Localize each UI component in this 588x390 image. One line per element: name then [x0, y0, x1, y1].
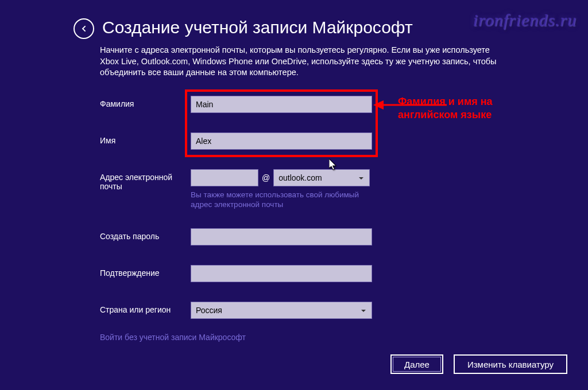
email-domain-value: outlook.com [278, 173, 322, 182]
change-keyboard-button[interactable]: Изменить клавиатуру [454, 354, 567, 374]
page-description: Начните с адреса электронной почты, кото… [100, 45, 502, 79]
country-label: Страна или регион [100, 302, 191, 315]
next-button[interactable]: Далее [390, 354, 443, 374]
lastname-input[interactable] [191, 96, 372, 113]
password-label: Создать пароль [100, 228, 191, 241]
country-value: Россия [196, 306, 222, 315]
email-domain-select[interactable]: outlook.com [273, 169, 370, 186]
lastname-label: Фамилия [100, 96, 191, 109]
confirm-label: Подтверждение [100, 265, 191, 278]
chevron-down-icon [360, 307, 367, 314]
at-symbol: @ [262, 173, 270, 182]
page-title: Создание учетной записи Майкрософт [102, 18, 413, 37]
country-select[interactable]: Россия [191, 302, 372, 319]
firstname-input[interactable] [191, 132, 372, 150]
signin-without-link[interactable]: Войти без учетной записи Майкрософт [100, 333, 510, 342]
chevron-down-icon [358, 174, 365, 181]
email-label: Адрес электронной почты [100, 169, 191, 192]
confirm-password-input[interactable] [191, 265, 372, 282]
email-local-input[interactable] [191, 169, 258, 186]
password-input[interactable] [191, 228, 372, 245]
firstname-label: Имя [100, 132, 191, 146]
back-button[interactable] [74, 18, 94, 39]
email-hint-link[interactable]: Вы также можете использовать свой любимы… [191, 190, 372, 210]
